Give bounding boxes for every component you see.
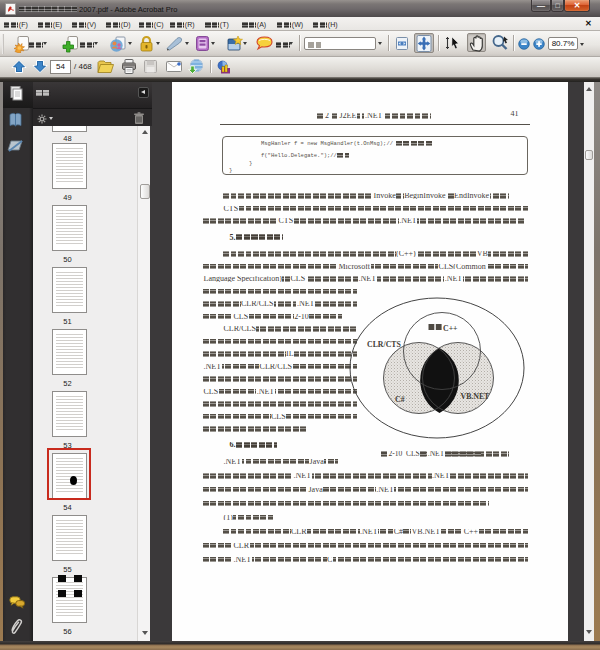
svg-text:C++: C++ (443, 324, 458, 333)
svg-text:CLR/CTS: CLR/CTS (367, 340, 401, 349)
svg-text:C#: C# (395, 395, 405, 404)
svg-text:VB.NET: VB.NET (461, 392, 491, 401)
